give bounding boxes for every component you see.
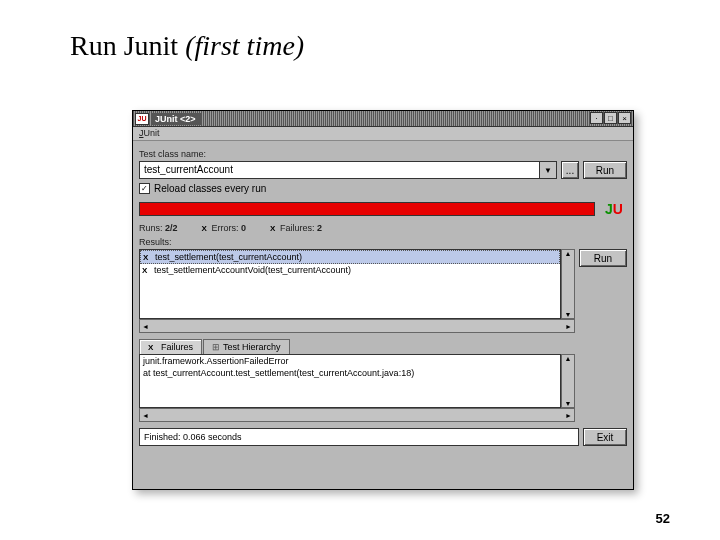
menu-junit[interactable]: JJUnitUnit — [139, 128, 160, 138]
vertical-scrollbar[interactable]: ▲ ▼ — [561, 249, 575, 319]
title-italic: (first time) — [185, 30, 304, 61]
minimize-button[interactable]: · — [590, 112, 603, 124]
tab-test-hierarchy[interactable]: ⊞ Test Hierarchy — [203, 339, 290, 354]
browse-button[interactable]: ... — [561, 161, 579, 179]
scroll-down-icon[interactable]: ▼ — [565, 400, 572, 407]
horizontal-scrollbar[interactable]: ◄ ► — [139, 319, 575, 333]
scroll-right-icon[interactable]: ► — [565, 323, 572, 330]
dropdown-arrow-icon[interactable]: ▼ — [539, 161, 557, 179]
results-label: Results: — [139, 237, 627, 247]
hierarchy-icon: ⊞ — [212, 342, 220, 352]
progress-bar — [139, 202, 595, 216]
page-number: 52 — [656, 511, 670, 526]
tabs: X Failures ⊞ Test Hierarchy — [139, 339, 627, 354]
scroll-down-icon[interactable]: ▼ — [565, 311, 572, 318]
runs-stat: Runs: 2/2 — [139, 223, 178, 233]
test-class-name-label: Test class name: — [139, 149, 627, 159]
scroll-up-icon[interactable]: ▲ — [565, 355, 572, 362]
x-icon: X — [202, 224, 210, 232]
status-bar: Finished: 0.066 seconds — [139, 428, 579, 446]
stack-trace-pane[interactable]: junit.framework.AssertionFailedError at … — [139, 354, 561, 408]
x-icon: X — [142, 266, 150, 274]
titlebar[interactable]: JU JUnit <2> · □ × — [133, 111, 633, 127]
test-class-input[interactable]: test_currentAccount — [139, 161, 539, 179]
list-item[interactable]: X test_settlementAccountVoid(test_curren… — [140, 264, 560, 276]
reload-checkbox[interactable]: ✓ — [139, 183, 150, 194]
x-icon: X — [148, 343, 156, 351]
app-icon: JU — [135, 113, 149, 125]
x-icon: X — [270, 224, 278, 232]
scroll-right-icon[interactable]: ► — [565, 412, 572, 419]
window-title: JUnit <2> — [152, 113, 202, 125]
run-button[interactable]: Run — [583, 161, 627, 179]
tab-failures[interactable]: X Failures — [139, 339, 202, 354]
scroll-up-icon[interactable]: ▲ — [565, 250, 572, 257]
trace-line: junit.framework.AssertionFailedError — [140, 355, 560, 367]
title-plain: Run Junit — [70, 30, 185, 61]
junit-window: JU JUnit <2> · □ × JJUnitUnit Test class… — [132, 110, 634, 490]
junit-logo-icon: JU — [601, 198, 627, 220]
close-button[interactable]: × — [618, 112, 631, 124]
x-icon: X — [143, 253, 151, 261]
scroll-left-icon[interactable]: ◄ — [142, 323, 149, 330]
horizontal-scrollbar[interactable]: ◄ ► — [139, 408, 575, 422]
errors-stat: XErrors: 0 — [202, 223, 247, 233]
results-list[interactable]: X test_settlement(test_currentAccount) X… — [139, 249, 561, 319]
scroll-left-icon[interactable]: ◄ — [142, 412, 149, 419]
list-item[interactable]: X test_settlement(test_currentAccount) — [140, 250, 560, 264]
failures-stat: XFailures: 2 — [270, 223, 322, 233]
maximize-button[interactable]: □ — [604, 112, 617, 124]
vertical-scrollbar[interactable]: ▲ ▼ — [561, 354, 575, 408]
reload-label: Reload classes every run — [154, 183, 266, 194]
trace-line: at test_currentAccount.test_settlement(t… — [140, 367, 560, 379]
run-selected-button[interactable]: Run — [579, 249, 627, 267]
menubar[interactable]: JJUnitUnit — [133, 127, 633, 141]
exit-button[interactable]: Exit — [583, 428, 627, 446]
slide-title: Run Junit (first time) — [70, 30, 304, 62]
